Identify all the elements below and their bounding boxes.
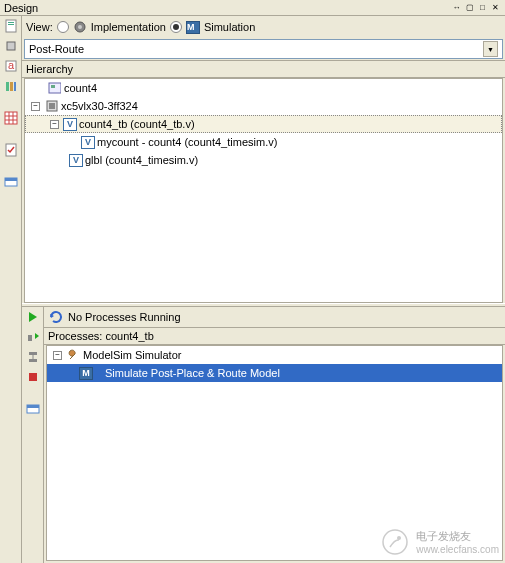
collapse-icon[interactable]: − [53,351,62,360]
grid-icon[interactable] [3,110,19,126]
stop-icon[interactable] [25,369,41,385]
tree-row-selected[interactable]: − V count4_tb (count4_tb.v) [25,115,502,133]
svg-rect-29 [27,405,39,408]
node-label: count4_tb (count4_tb.v) [79,118,195,130]
project-icon [47,81,62,95]
svg-rect-23 [28,335,32,341]
left-toolbar: a [0,16,22,563]
tree-row[interactable]: − xc5vlx30-3ff324 [25,97,502,115]
status-bar: No Processes Running [44,307,505,327]
status-text: No Processes Running [68,311,181,323]
panel-title: Design [4,2,38,14]
radio-implementation[interactable] [57,21,69,33]
node-label: Simulate Post-Place & Route Model [105,367,280,379]
gear-icon [73,20,87,34]
refresh-icon[interactable] [48,310,64,324]
svg-point-18 [78,25,82,29]
svg-rect-9 [5,112,17,124]
processes-tree[interactable]: − ModelSim Simulator M Simulate Post-Pla… [46,345,503,561]
svg-rect-3 [7,42,15,50]
collapse-icon[interactable]: − [31,102,40,111]
chip-icon[interactable] [3,38,19,54]
svg-rect-20 [51,85,55,88]
svg-rect-22 [49,103,55,109]
tree-row[interactable]: V mycount - count4 (count4_timesim.v) [25,133,502,151]
dropdown-value: Post-Route [29,43,84,55]
modelsim-icon: M [79,367,93,380]
tree-row[interactable]: V glbl (count4_timesim.v) [25,151,502,169]
collapse-icon[interactable]: − [50,120,59,129]
svg-rect-27 [29,373,37,381]
svg-rect-6 [6,82,9,91]
maximize-icon[interactable]: □ [477,2,488,13]
tree-row[interactable]: count4 [25,79,502,97]
node-label: mycount - count4 (count4_timesim.v) [97,136,277,148]
process-toolbar [22,307,44,563]
rerun-icon[interactable] [25,329,41,345]
table-icon[interactable] [3,174,19,190]
view-selector: View: Implementation M Simulation [22,16,505,38]
processes-header: Processes: count4_tb [44,327,505,345]
dock-left-icon[interactable]: ↔ [451,2,462,13]
minimize-icon[interactable]: ▢ [464,2,475,13]
svg-rect-24 [29,352,37,355]
svg-text:a: a [8,59,15,71]
page-icon[interactable] [3,18,19,34]
flow-icon[interactable] [25,349,41,365]
node-label: glbl (count4_timesim.v) [85,154,198,166]
implementation-label: Implementation [91,21,166,33]
modelsim-icon: M [186,21,200,34]
svg-rect-2 [8,24,14,25]
verilog-icon: V [81,136,95,149]
device-icon [44,99,59,113]
svg-rect-8 [14,82,16,91]
verilog-icon: V [69,154,83,167]
chevron-down-icon[interactable]: ▼ [483,41,498,57]
constraints-icon[interactable]: a [3,58,19,74]
svg-rect-0 [6,20,16,32]
node-label: count4 [64,82,97,94]
svg-rect-1 [8,22,14,23]
library-icon[interactable] [3,78,19,94]
svg-rect-7 [10,82,13,91]
node-label: ModelSim Simulator [83,349,181,361]
simulation-phase-dropdown[interactable]: Post-Route ▼ [24,39,503,59]
svg-rect-25 [29,359,37,362]
node-label: xc5vlx30-3ff324 [61,100,138,112]
run-icon[interactable] [25,309,41,325]
close-icon[interactable]: ✕ [490,2,501,13]
hierarchy-header: Hierarchy [22,60,505,78]
radio-simulation[interactable] [170,21,182,33]
view-label: View: [26,21,53,33]
tree-row[interactable]: − ModelSim Simulator [47,346,502,364]
wrench-icon [66,348,81,362]
table2-icon[interactable] [25,401,41,417]
tree-row-highlighted[interactable]: M Simulate Post-Place & Route Model [47,364,502,382]
svg-rect-16 [5,178,17,181]
hierarchy-tree[interactable]: count4 − xc5vlx30-3ff324 − V count4_tb (… [24,78,503,303]
simulation-label: Simulation [204,21,255,33]
verilog-icon: V [63,118,77,131]
check-icon[interactable] [3,142,19,158]
